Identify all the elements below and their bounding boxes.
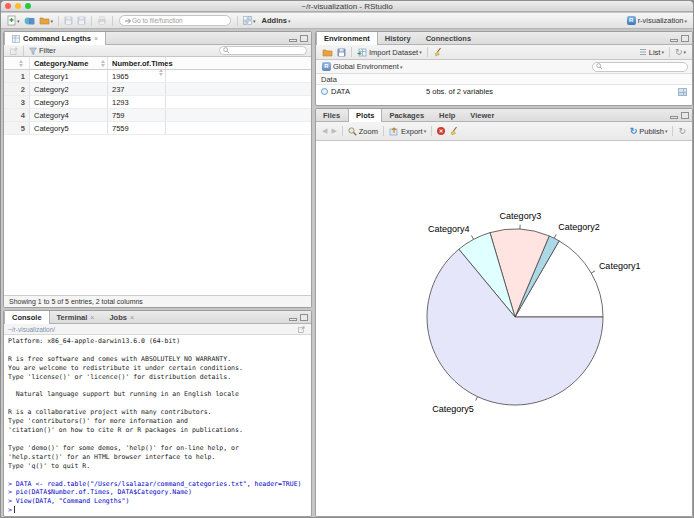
workspace-panes-button[interactable]: ▾	[241, 14, 258, 27]
tab-connections[interactable]: Connections	[419, 32, 479, 44]
table-row: 4Category4759	[4, 109, 311, 122]
export-plot-button[interactable]: Export ▾	[387, 125, 428, 138]
goto-file-input[interactable]	[132, 17, 222, 24]
publish-button[interactable]: ↻ Publish ▾	[628, 125, 670, 138]
project-menu-button[interactable]: R r-visualization ▾	[625, 14, 689, 27]
export-label: Export	[401, 127, 423, 136]
tab-packages[interactable]: Packages	[382, 109, 432, 121]
minimize-pane-button[interactable]	[670, 39, 678, 42]
pie-label-tick	[554, 234, 556, 238]
next-plot-button[interactable]: ▶	[331, 127, 336, 135]
remove-plot-button[interactable]: ✕	[435, 125, 447, 138]
list-view-button[interactable]: List ▾	[637, 46, 666, 59]
environment-object-row[interactable]: DATA 5 obs. of 2 variables	[316, 85, 692, 98]
plots-panel: Files Plots Packages Help Viewer ◀ ▶ Zoo…	[315, 108, 693, 517]
zoom-plot-button[interactable]: Zoom	[346, 125, 380, 138]
save-workspace-button[interactable]	[335, 46, 348, 59]
new-file-button[interactable]: ▾	[5, 14, 22, 27]
clear-plots-button[interactable]	[447, 125, 461, 138]
console-prompt[interactable]: >	[8, 506, 311, 515]
filter-button[interactable]: Filter	[27, 44, 58, 57]
close-tab-icon[interactable]: ×	[94, 35, 98, 42]
import-dataset-button[interactable]: Import Dataset ▾	[355, 46, 424, 59]
load-workspace-button[interactable]	[320, 46, 335, 59]
goto-file-box[interactable]	[119, 15, 231, 26]
console-popout-button[interactable]	[296, 323, 307, 336]
table-cell: 5	[4, 122, 30, 134]
panes-grid-icon	[243, 16, 252, 25]
tab-label: Packages	[389, 111, 424, 120]
tab-plots[interactable]: Plots	[348, 109, 382, 122]
close-tab-icon[interactable]: ×	[90, 314, 94, 321]
save-all-button[interactable]	[75, 14, 88, 27]
tab-console[interactable]: Console	[4, 311, 50, 324]
tab-label: Viewer	[470, 111, 494, 120]
list-label: List	[649, 48, 661, 57]
data-table-icon	[12, 35, 20, 43]
maximize-pane-button[interactable]	[300, 35, 308, 42]
close-tab-icon[interactable]: ×	[130, 314, 134, 321]
tab-label: Help	[439, 111, 455, 120]
rownum-header[interactable]	[4, 57, 30, 69]
print-button[interactable]	[95, 14, 109, 27]
tab-jobs[interactable]: Jobs×	[102, 311, 142, 323]
minimize-pane-button[interactable]	[670, 116, 678, 119]
data-viewer-search-box[interactable]	[219, 46, 307, 55]
tab-help[interactable]: Help	[432, 109, 463, 121]
tab-label: Plots	[356, 111, 374, 120]
search-icon	[596, 63, 603, 70]
maximize-pane-button[interactable]	[681, 35, 689, 42]
console-pathbar: ~/r-visualization/	[4, 324, 311, 335]
tab-history[interactable]: History	[378, 32, 419, 44]
col-header-number-of-times[interactable]: Number.of.Times	[108, 57, 166, 69]
tab-files[interactable]: Files	[316, 109, 348, 121]
refresh-environment-button[interactable]: ↻ ▾	[673, 46, 688, 59]
tab-terminal[interactable]: Terminal×	[50, 311, 103, 323]
environment-search-input[interactable]	[603, 64, 683, 70]
project-icon: R	[627, 16, 636, 25]
console-output[interactable]: Platform: x86_64-apple-darwin13.6.0 (64-…	[4, 335, 311, 515]
data-object-icon	[321, 88, 328, 95]
clear-objects-button[interactable]	[431, 46, 445, 59]
environment-search-box[interactable]	[592, 62, 688, 72]
col-header-category-name[interactable]: Category.Name	[30, 57, 108, 69]
list-icon	[639, 48, 647, 56]
addins-button[interactable]: Addins ▾	[258, 14, 293, 27]
maximize-pane-button[interactable]	[681, 112, 689, 119]
environment-section-header: Data	[316, 74, 692, 85]
working-directory: ~/r-visualization/	[8, 326, 55, 333]
view-table-icon[interactable]	[678, 88, 687, 96]
new-project-button[interactable]	[22, 14, 37, 27]
scope-label: Global Environment	[333, 62, 399, 71]
table-cell: 1	[4, 70, 30, 82]
refresh-plot-button[interactable]: ↻	[676, 125, 688, 138]
console-panel: Console Terminal× Jobs× ~/r-visualizatio…	[3, 310, 312, 517]
previous-plot-button[interactable]: ◀	[322, 127, 327, 135]
publish-icon: ↻	[630, 126, 638, 136]
table-cell: 1965	[108, 70, 166, 82]
table-cell: Category1	[30, 70, 108, 82]
open-file-button[interactable]: ▾	[37, 14, 56, 27]
console-output-line: Type 'q()' to quit R.	[8, 462, 311, 471]
table-cell: Category3	[30, 96, 108, 108]
filter-label: Filter	[39, 46, 56, 55]
pie-label-tick	[591, 271, 595, 273]
import-dataset-icon	[357, 48, 367, 57]
minimize-pane-button[interactable]	[289, 318, 297, 321]
project-name: r-visualization	[638, 16, 684, 25]
tab-environment[interactable]: Environment	[316, 32, 378, 45]
tab-label: Console	[12, 313, 42, 322]
environment-scope-button[interactable]: R Global Environment ▾	[320, 60, 404, 73]
save-button[interactable]	[62, 14, 75, 27]
tab-viewer[interactable]: Viewer	[463, 109, 502, 121]
prompt-char: >	[8, 506, 12, 514]
table-cell: 7559	[108, 122, 166, 134]
popout-button[interactable]	[8, 44, 20, 57]
minimize-pane-button[interactable]	[289, 39, 297, 42]
maximize-pane-button[interactable]	[300, 314, 308, 321]
table-cell: Category2	[30, 83, 108, 95]
console-output-line: Type 'demo()' for some demos, 'help()' f…	[8, 444, 311, 453]
table-cell: Category4	[30, 109, 108, 121]
console-output-line	[8, 435, 311, 444]
data-viewer-search-input[interactable]	[230, 48, 300, 54]
